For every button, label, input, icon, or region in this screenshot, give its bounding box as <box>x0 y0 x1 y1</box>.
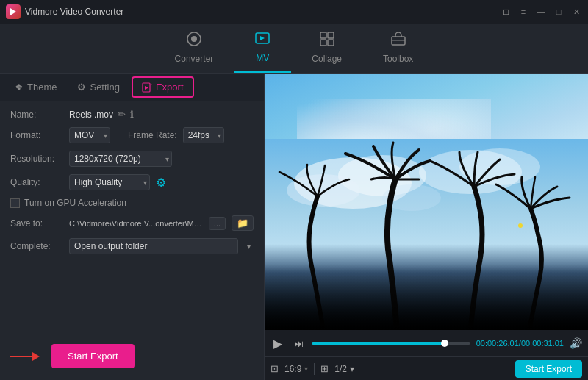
play-button[interactable]: ▶ <box>270 337 285 351</box>
start-export-left-button[interactable]: Start Export <box>51 344 135 368</box>
svg-point-18 <box>518 223 523 228</box>
complete-select[interactable]: Open output folder Do nothing <box>69 238 238 254</box>
menu-icon[interactable]: ≡ <box>517 6 529 18</box>
quality-select-wrap: High Quality Standard Quality <box>69 174 150 190</box>
info-icon[interactable]: ℹ <box>130 109 134 120</box>
tab-collage-label: Collage <box>312 54 342 64</box>
tab-converter[interactable]: Converter <box>154 23 234 73</box>
export-form: Name: Reels .mov ✏ ℹ Format: MOV MP4 AVI <box>0 101 264 332</box>
collage-icon <box>319 31 335 51</box>
volume-button[interactable]: 🔊 <box>570 337 582 349</box>
setting-icon: ⚙ <box>77 82 86 93</box>
svg-marker-0 <box>10 8 16 15</box>
folder-button[interactable]: 📁 <box>232 215 254 231</box>
svg-point-15 <box>459 148 540 185</box>
arrow-line <box>10 356 32 357</box>
quality-row: Quality: High Quality Standard Quality ⚙ <box>10 174 254 190</box>
name-icons: ✏ ℹ <box>118 109 134 120</box>
close-button[interactable]: ✕ <box>570 6 582 18</box>
export-icon <box>142 82 152 93</box>
framerate-select[interactable]: 24fps 25fps 30fps <box>183 127 224 143</box>
svg-rect-4 <box>320 32 326 38</box>
name-text: Reels .mov <box>69 110 113 120</box>
video-controls: ▶ ⏭ 00:00:26.01/00:00:31.01 🔊 <box>265 330 588 356</box>
svg-rect-6 <box>320 40 326 46</box>
tab-mv[interactable]: MV <box>234 23 291 73</box>
titlebar-title: Vidmore Video Converter <box>25 7 123 17</box>
gpu-checkbox[interactable] <box>10 198 20 208</box>
name-row: Name: Reels .mov ✏ ℹ <box>10 109 254 120</box>
framerate-select-wrap: 24fps 25fps 30fps <box>183 127 224 143</box>
video-bottom-controls: ⊡ 16:9 ▾ ⊞ 1/2 ▾ Start Export <box>265 356 588 380</box>
start-export-left-wrap: Start Export <box>0 332 264 380</box>
quality-label: Quality: <box>10 177 63 187</box>
tab-toolbox[interactable]: Toolbox <box>362 23 434 73</box>
saveto-label: Save to: <box>10 218 63 229</box>
titlebar: Vidmore Video Converter ⊡ ≡ — □ ✕ <box>0 0 588 24</box>
page-chevron: ▾ <box>350 364 354 374</box>
divider <box>314 363 315 375</box>
dots-button[interactable]: ... <box>209 217 226 230</box>
titlebar-controls: ⊡ ≡ — □ ✕ <box>500 6 582 18</box>
name-value: Reels .mov ✏ ℹ <box>69 109 134 120</box>
complete-label: Complete: <box>10 241 63 251</box>
palm-trees <box>265 74 588 330</box>
arrow-head <box>32 352 40 361</box>
time-current: 00:00:26.01 <box>476 339 519 348</box>
crop-icon: ⊡ <box>270 363 279 374</box>
resolution-select[interactable]: 1280x720 (720p) 1920x1080 (1080p) <box>69 151 172 167</box>
video-preview <box>265 74 588 330</box>
edit-name-icon[interactable]: ✏ <box>118 109 126 120</box>
format-label: Format: <box>10 130 63 140</box>
ratio-value: 16:9 <box>284 364 301 374</box>
sub-tabs: ❖ Theme ⚙ Setting Export <box>0 74 264 101</box>
tab-collage[interactable]: Collage <box>291 23 362 73</box>
maximize-button[interactable]: □ <box>553 6 564 18</box>
theme-icon: ❖ <box>15 82 24 93</box>
time-display: 00:00:26.01/00:00:31.01 <box>476 339 564 348</box>
gpu-row: Turn on GPU Acceleration <box>10 198 254 208</box>
framerate-label: Frame Rate: <box>128 130 177 140</box>
quality-settings-icon[interactable]: ⚙ <box>156 176 166 190</box>
saveto-path: C:\Vidmore\Vidmore V...onverter\MV Expor… <box>69 219 203 228</box>
theme-tab[interactable]: ❖ Theme <box>6 78 65 96</box>
chat-icon[interactable]: ⊡ <box>500 6 512 18</box>
svg-point-2 <box>191 36 197 42</box>
format-select-wrap: MOV MP4 AVI WMV <box>69 127 110 143</box>
export-tab[interactable]: Export <box>132 76 194 98</box>
setting-tab[interactable]: ⚙ Setting <box>68 78 128 96</box>
resolution-select-wrap: 1280x720 (720p) 1920x1080 (1080p) <box>69 151 172 167</box>
left-panel: ❖ Theme ⚙ Setting Export <box>0 74 265 380</box>
minimize-button[interactable]: — <box>535 6 547 18</box>
toolbox-icon <box>390 31 406 51</box>
ratio-selector[interactable]: 16:9 ▾ <box>284 364 308 374</box>
tab-toolbox-label: Toolbox <box>383 54 413 64</box>
resolution-label: Resolution: <box>10 154 63 164</box>
progress-fill <box>312 342 445 345</box>
tab-mv-label: MV <box>256 53 269 63</box>
tab-converter-label: Converter <box>175 54 214 64</box>
main-content: ❖ Theme ⚙ Setting Export <box>0 74 588 380</box>
complete-select-wrap: Open output folder Do nothing <box>69 238 254 254</box>
page-selector[interactable]: 1/2 ▾ <box>334 364 354 374</box>
skip-button[interactable]: ⏭ <box>291 338 306 349</box>
svg-rect-5 <box>328 32 334 38</box>
format-select[interactable]: MOV MP4 AVI WMV <box>69 127 110 143</box>
mv-icon <box>254 30 270 50</box>
progress-bar[interactable] <box>312 342 470 345</box>
theme-label: Theme <box>27 82 57 93</box>
name-label: Name: <box>10 110 63 120</box>
progress-thumb <box>441 340 448 347</box>
arrow-indicator <box>10 352 40 361</box>
quality-select[interactable]: High Quality Standard Quality <box>69 174 150 190</box>
saveto-row: Save to: C:\Vidmore\Vidmore V...onverter… <box>10 215 254 231</box>
format-row: Format: MOV MP4 AVI WMV Frame Rate: 24fp… <box>10 127 254 143</box>
ratio-chevron: ▾ <box>304 365 308 373</box>
app-icon <box>6 4 21 19</box>
page-icon: ⊞ <box>320 363 329 374</box>
right-panel: ▶ ⏭ 00:00:26.01/00:00:31.01 🔊 ⊡ 16:9 ▾ ⊞… <box>265 74 588 380</box>
start-export-right-button[interactable]: Start Export <box>515 360 582 378</box>
nav-tabs: Converter MV Collage <box>0 24 588 74</box>
setting-label: Setting <box>90 82 119 93</box>
resolution-row: Resolution: 1280x720 (720p) 1920x1080 (1… <box>10 151 254 167</box>
